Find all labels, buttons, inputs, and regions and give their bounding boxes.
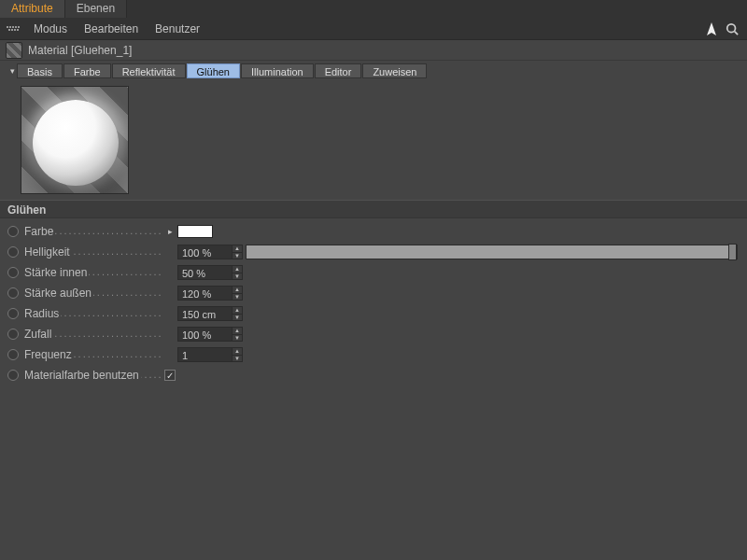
- tab-color[interactable]: Farbe: [63, 63, 111, 78]
- anim-dot[interactable]: [7, 349, 19, 360]
- spinner[interactable]: ▲▼: [232, 327, 243, 342]
- spinner[interactable]: ▲▼: [232, 306, 243, 321]
- param-random: Zufall 100 % ▲▼: [0, 324, 747, 344]
- section-header: Glühen: [0, 200, 747, 218]
- param-brightness: Helligkeit 100 % ▲▼: [0, 242, 747, 262]
- collapse-icon[interactable]: ▾: [7, 66, 17, 76]
- param-outer-strength: Stärke außen 120 % ▲▼: [0, 283, 747, 303]
- inner-field: 50 % ▲▼: [177, 265, 243, 280]
- menubar: Modus Bearbeiten Benutzer: [0, 18, 747, 40]
- outer-field: 120 % ▲▼: [177, 286, 243, 301]
- chevron-down-icon: ▼: [233, 253, 242, 259]
- chevron-up-icon: ▲: [233, 287, 242, 294]
- inner-input[interactable]: 50 %: [177, 265, 232, 280]
- param-label: Frequenz: [24, 348, 162, 361]
- object-header: Material [Gluehen_1]: [0, 40, 747, 61]
- search-icon[interactable]: [725, 20, 740, 38]
- grip-icon: [6, 21, 21, 36]
- param-label: Zufall: [24, 328, 162, 341]
- param-label: Radius: [24, 307, 162, 320]
- preview-area: [0, 80, 747, 200]
- object-title: Material [Gluehen_1]: [28, 44, 132, 57]
- radius-input[interactable]: 150 cm: [177, 306, 232, 321]
- menu-edit[interactable]: Bearbeiten: [77, 19, 146, 39]
- spinner[interactable]: ▲▼: [232, 347, 243, 362]
- param-frequency: Frequenz 1 ▲▼: [0, 344, 747, 365]
- tab-attribute[interactable]: Attribute: [0, 0, 65, 18]
- param-label: Helligkeit: [24, 245, 162, 259]
- preview-sphere: [33, 100, 119, 186]
- menu-user[interactable]: Benutzer: [148, 19, 207, 39]
- material-preview[interactable]: [21, 86, 129, 194]
- use-material-color-checkbox[interactable]: ✓: [164, 370, 176, 381]
- anim-dot[interactable]: [7, 287, 19, 299]
- frequency-field: 1 ▲▼: [177, 347, 243, 362]
- chevron-down-icon: ▼: [233, 273, 242, 280]
- brightness-input[interactable]: 100 %: [177, 245, 232, 259]
- chevron-up-icon: ▲: [233, 348, 242, 356]
- param-label: Stärke außen: [24, 287, 162, 300]
- tab-illum[interactable]: Illumination: [241, 63, 314, 78]
- menu-mode[interactable]: Modus: [26, 19, 75, 39]
- nav-up-icon[interactable]: [704, 20, 719, 38]
- param-label: Materialfarbe benutzen: [24, 369, 162, 382]
- material-icon: [6, 42, 22, 59]
- anim-dot[interactable]: [7, 246, 19, 258]
- param-label: Farbe: [24, 225, 162, 238]
- tab-layers[interactable]: Ebenen: [65, 0, 127, 18]
- chevron-up-icon: ▲: [233, 245, 242, 253]
- svg-marker-0: [707, 22, 716, 35]
- anim-dot[interactable]: [7, 226, 19, 237]
- chevron-up-icon: ▲: [233, 266, 242, 273]
- tab-assign[interactable]: Zuweisen: [362, 63, 427, 78]
- tab-glow[interactable]: Glühen: [187, 63, 240, 78]
- random-input[interactable]: 100 %: [177, 327, 232, 342]
- param-inner-strength: Stärke innen 50 % ▲▼: [0, 262, 747, 283]
- param-label: Stärke innen: [24, 266, 162, 279]
- spinner[interactable]: ▲▼: [232, 265, 243, 280]
- window-tabs: Attribute Ebenen: [0, 0, 747, 18]
- channel-tabs: ▾ Basis Farbe Reflektivität Glühen Illum…: [0, 61, 747, 80]
- param-use-material-color: Materialfarbe benutzen ✓: [0, 365, 747, 385]
- chevron-up-icon: ▲: [233, 328, 242, 335]
- svg-point-1: [727, 23, 736, 32]
- radius-field: 150 cm ▲▼: [177, 306, 243, 321]
- tab-basic[interactable]: Basis: [17, 63, 63, 78]
- svg-line-2: [735, 31, 739, 35]
- slider-thumb[interactable]: [728, 244, 737, 260]
- anim-dot[interactable]: [7, 267, 19, 278]
- tab-editor[interactable]: Editor: [315, 63, 362, 78]
- chevron-down-icon: ▼: [233, 315, 242, 321]
- chevron-down-icon: ▼: [233, 356, 242, 362]
- brightness-field: 100 % ▲▼: [177, 245, 243, 259]
- brightness-slider[interactable]: [246, 245, 738, 259]
- anim-dot[interactable]: [7, 329, 19, 340]
- color-swatch[interactable]: [177, 225, 213, 238]
- spinner[interactable]: ▲▼: [232, 245, 243, 259]
- expand-icon[interactable]: ▸: [166, 227, 174, 236]
- param-radius: Radius 150 cm ▲▼: [0, 303, 747, 324]
- tab-reflect[interactable]: Reflektivität: [112, 63, 186, 78]
- chevron-down-icon: ▼: [233, 335, 242, 342]
- anim-dot[interactable]: [7, 308, 19, 319]
- anim-dot[interactable]: [7, 370, 19, 381]
- random-field: 100 % ▲▼: [177, 327, 243, 342]
- params-panel: Farbe ▸ Helligkeit 100 % ▲▼ Stärke innen…: [0, 218, 747, 385]
- chevron-down-icon: ▼: [233, 294, 242, 301]
- chevron-up-icon: ▲: [233, 307, 242, 315]
- outer-input[interactable]: 120 %: [177, 286, 232, 301]
- param-color: Farbe ▸: [0, 221, 747, 242]
- frequency-input[interactable]: 1: [177, 347, 232, 362]
- spinner[interactable]: ▲▼: [232, 286, 243, 301]
